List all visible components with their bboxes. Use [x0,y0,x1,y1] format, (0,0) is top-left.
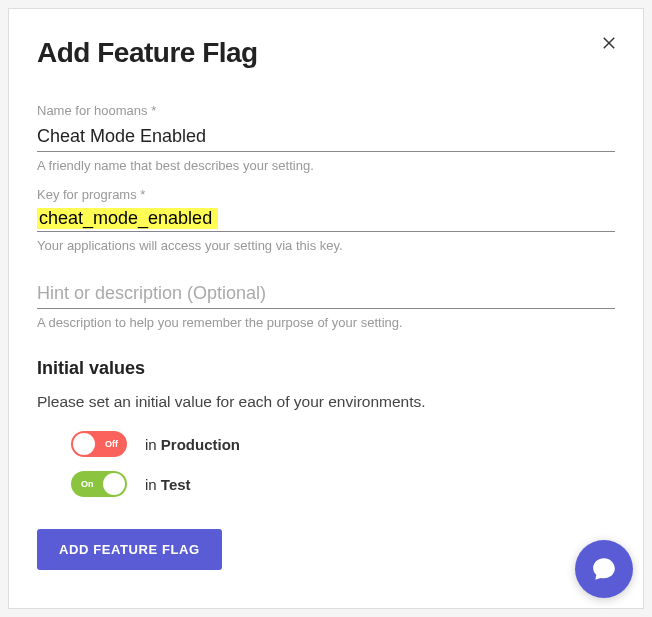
add-feature-flag-button[interactable]: ADD FEATURE FLAG [37,529,222,570]
hint-field-helper: A description to help you remember the p… [37,315,615,330]
key-field-helper: Your applications will access your setti… [37,238,615,253]
close-icon [600,34,618,52]
chat-widget-button[interactable] [575,540,633,598]
name-field-group: Name for hoomans * A friendly name that … [37,103,615,173]
initial-values-instruction: Please set an initial value for each of … [37,393,615,411]
env-label-production: in Production [145,436,240,453]
modal-title: Add Feature Flag [37,37,615,69]
hint-field-group: A description to help you remember the p… [37,279,615,330]
toggle-test[interactable]: On [71,471,127,497]
add-feature-flag-modal: Add Feature Flag Name for hoomans * A fr… [8,8,644,609]
key-input[interactable]: cheat_mode_enabled [37,206,615,232]
env-row-test: On in Test [37,471,615,497]
toggle-state-label: Off [105,439,118,449]
env-in-text: in [145,436,157,453]
hint-input[interactable] [37,279,615,309]
toggle-production[interactable]: Off [71,431,127,457]
env-label-test: in Test [145,476,191,493]
chat-icon [591,556,617,582]
env-row-production: Off in Production [37,431,615,457]
close-button[interactable] [595,29,623,57]
env-name-text: Production [161,436,240,453]
name-field-label: Name for hoomans * [37,103,615,118]
key-field-group: Key for programs * cheat_mode_enabled Yo… [37,187,615,253]
name-field-helper: A friendly name that best describes your… [37,158,615,173]
name-input[interactable] [37,122,615,152]
toggle-state-label: On [81,479,94,489]
env-name-text: Test [161,476,191,493]
key-input-value: cheat_mode_enabled [37,208,218,229]
toggle-knob-icon [73,433,95,455]
env-in-text: in [145,476,157,493]
initial-values-heading: Initial values [37,358,615,379]
key-field-label: Key for programs * [37,187,615,202]
toggle-knob-icon [103,473,125,495]
